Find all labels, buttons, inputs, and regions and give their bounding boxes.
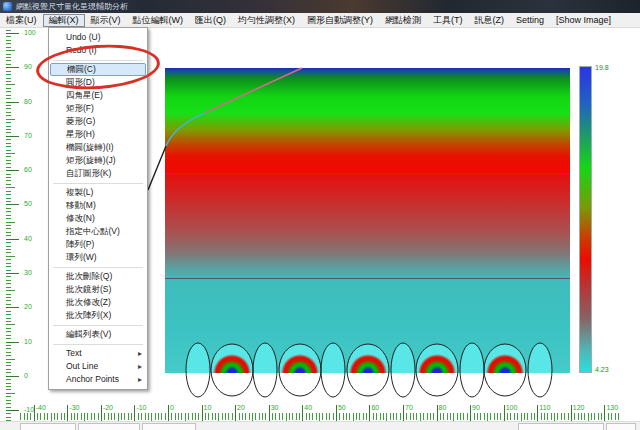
- vruler-tick: [6, 191, 11, 192]
- hruler-tick: [138, 413, 139, 420]
- menubar-item-11[interactable]: [Show Image]: [550, 14, 617, 27]
- vruler-tick: [6, 136, 19, 137]
- hruler-tick: [212, 413, 213, 420]
- edit-menu-item-20[interactable]: 批次刪除(Q): [50, 270, 146, 283]
- menubar-item-0[interactable]: 檔案(U): [0, 14, 43, 27]
- vruler-tick: [6, 47, 11, 48]
- edit-menu-item-3[interactable]: 橢圓(C): [50, 63, 146, 76]
- hruler-tick: [71, 413, 72, 420]
- edit-menu-item-23[interactable]: 批次陣列(X): [50, 309, 146, 322]
- edit-menu-item-13[interactable]: 複製(L): [50, 186, 146, 199]
- hruler-tick: [228, 413, 229, 420]
- hruler-tick: [94, 413, 95, 420]
- edit-menu-item-7[interactable]: 菱形(G): [50, 115, 146, 128]
- edit-menu-item-25[interactable]: 編輯列表(V): [50, 328, 146, 341]
- hruler-tick: [255, 413, 256, 420]
- hruler-tick: [484, 413, 485, 420]
- hruler-tick: [198, 413, 199, 420]
- vruler-tick: [6, 276, 11, 277]
- title-bar: 網點視覺尺寸量化呈現輔助分析: [0, 0, 640, 13]
- vruler-tick: [6, 204, 19, 205]
- edit-menu-item-21[interactable]: 批次鏡射(S): [50, 283, 146, 296]
- hruler-tick: [584, 413, 585, 420]
- menubar-item-10[interactable]: Setting: [510, 14, 550, 27]
- edit-menu-item-18[interactable]: 環列(W): [50, 251, 146, 264]
- vruler-label: 10: [24, 338, 32, 345]
- hruler-tick: [400, 413, 401, 420]
- status-bar: [0, 421, 640, 430]
- hruler-tick: [158, 413, 159, 420]
- vruler-label: 20: [24, 303, 32, 310]
- edit-menu-item-10[interactable]: 矩形(旋轉)(J): [50, 154, 146, 167]
- edit-menu-item-16[interactable]: 指定中心點(V): [50, 225, 146, 238]
- hruler-tick: [131, 413, 132, 420]
- hruler-label: 30: [271, 404, 279, 411]
- hruler-tick: [47, 413, 48, 420]
- menubar-item-4[interactable]: 匯出(Q): [189, 14, 232, 27]
- status-cell: [518, 423, 604, 430]
- hruler-tick: [480, 413, 481, 420]
- edit-menu-item-27[interactable]: Text▸: [50, 347, 146, 360]
- edit-menu-item-1[interactable]: Redo (I): [50, 44, 146, 57]
- vruler-tick: [6, 376, 19, 377]
- vruler-tick: [6, 379, 11, 380]
- edit-menu-item-14[interactable]: 移動(M): [50, 199, 146, 212]
- menubar-item-9[interactable]: 訊息(Z): [469, 14, 511, 27]
- edit-menu-item-9[interactable]: 橢圓(旋轉)(I): [50, 141, 146, 154]
- hruler-tick: [557, 413, 558, 420]
- status-cell: [78, 423, 140, 430]
- edit-menu-item-28[interactable]: Out Line▸: [50, 360, 146, 373]
- heatmap-canvas[interactable]: [165, 68, 570, 373]
- edit-menu-item-0[interactable]: Undo (U): [50, 31, 146, 44]
- ellipse-outline-wide: [279, 344, 321, 396]
- vruler-tick: [6, 249, 11, 250]
- vruler-tick: [6, 239, 19, 240]
- hruler-tick: [618, 413, 619, 420]
- menubar-item-8[interactable]: 工具(T): [427, 14, 469, 27]
- hruler-label: -30: [69, 404, 79, 411]
- vruler-tick: [6, 369, 11, 370]
- hruler-tick: [601, 413, 602, 420]
- hruler-tick: [490, 413, 491, 420]
- hruler-tick: [259, 413, 260, 420]
- hruler-tick: [517, 413, 518, 420]
- ellipse-outline-narrow: [528, 343, 552, 397]
- hruler-tick: [296, 413, 297, 420]
- edit-menu-item-22[interactable]: 批次修改(Z): [50, 296, 146, 309]
- edit-menu-item-17[interactable]: 陣列(P): [50, 238, 146, 251]
- edit-menu-item-15[interactable]: 修改(N): [50, 212, 146, 225]
- menubar-item-1[interactable]: 編輯(X): [43, 14, 85, 27]
- menubar-item-3[interactable]: 點位編輯(W): [127, 14, 190, 27]
- overlay-line-upper: [165, 173, 570, 174]
- edit-menu-item-8[interactable]: 星形(H): [50, 128, 146, 141]
- menubar-item-2[interactable]: 顯示(V): [85, 14, 127, 27]
- hruler-tick: [500, 413, 501, 420]
- hruler-tick: [148, 413, 149, 420]
- menubar-item-6[interactable]: 圖形自動調整(Y): [301, 14, 379, 27]
- edit-menu-item-4[interactable]: 圓形(D): [50, 76, 146, 89]
- hruler-tick: [215, 413, 216, 420]
- vruler-tick: [6, 225, 11, 226]
- menubar-item-5[interactable]: 均勻性調整(X): [232, 14, 301, 27]
- hruler-tick: [376, 413, 377, 420]
- edit-menu-item-29[interactable]: Anchor Points▸: [50, 373, 146, 386]
- hruler-tick: [87, 413, 88, 420]
- vruler-tick: [6, 246, 11, 247]
- hruler-tick: [222, 413, 223, 420]
- vruler-tick: [6, 355, 11, 356]
- edit-menu-item-11[interactable]: 自訂圖形(K): [50, 167, 146, 180]
- vruler-tick: [6, 74, 11, 75]
- vruler-tick: [6, 345, 11, 346]
- hruler-tick: [289, 413, 290, 420]
- menubar-item-7[interactable]: 網點檢測: [379, 14, 427, 27]
- ellipse-outline-narrow: [460, 343, 484, 397]
- hruler-tick: [299, 413, 300, 420]
- vruler-tick: [6, 365, 11, 366]
- vruler-tick: [6, 362, 11, 363]
- vruler-tick: [6, 146, 11, 147]
- ellipse-outline-narrow: [321, 343, 345, 397]
- hruler-tick: [239, 413, 240, 420]
- edit-menu-item-6[interactable]: 矩形(F): [50, 102, 146, 115]
- vruler-tick: [6, 413, 11, 414]
- edit-menu-item-5[interactable]: 四角星(E): [50, 89, 146, 102]
